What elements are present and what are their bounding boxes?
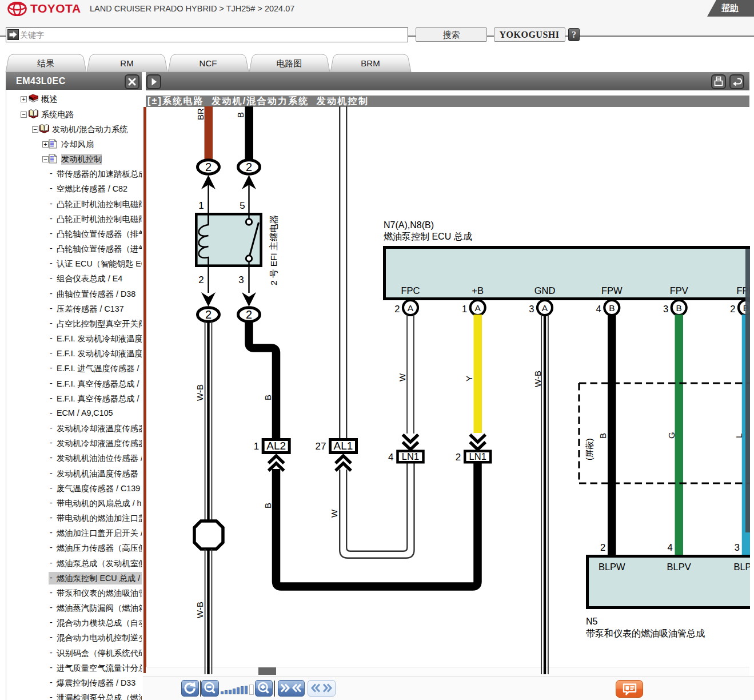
svg-text:2: 2: [730, 304, 735, 314]
svg-text:2: 2: [600, 542, 605, 552]
svg-text:FPC: FPC: [401, 285, 420, 296]
svg-text:W: W: [329, 509, 339, 518]
svg-text:3: 3: [735, 542, 740, 552]
svg-text:2: 2: [246, 161, 252, 173]
svg-text:AL1: AL1: [334, 440, 353, 452]
svg-text:AL2: AL2: [266, 440, 286, 452]
svg-text:B: B: [263, 395, 273, 400]
svg-text:电路图: 电路图: [277, 58, 302, 68]
svg-text:4: 4: [596, 304, 601, 314]
svg-text:FPV: FPV: [670, 285, 688, 296]
svg-text:LN1: LN1: [469, 451, 486, 462]
svg-text:FPW: FPW: [601, 285, 623, 296]
svg-text:W-B: W-B: [195, 602, 205, 618]
svg-text:4: 4: [388, 452, 393, 463]
svg-text:1: 1: [198, 200, 204, 211]
svg-text:N5: N5: [586, 617, 598, 626]
svg-text:带泵和仪表的燃油吸油管总成: 带泵和仪表的燃油吸油管总成: [586, 629, 705, 638]
svg-text:2: 2: [456, 452, 461, 463]
svg-text:LN1: LN1: [402, 451, 419, 462]
svg-text:W-B: W-B: [533, 371, 542, 387]
svg-text:W-B: W-B: [195, 384, 205, 401]
svg-text:L: L: [734, 433, 744, 438]
svg-text:B: B: [676, 303, 682, 313]
svg-text:燃油泵控制 ECU 总成: 燃油泵控制 ECU 总成: [384, 232, 472, 241]
svg-text:27: 27: [316, 441, 326, 452]
svg-text:5: 5: [240, 200, 245, 211]
svg-text:W: W: [397, 373, 407, 381]
svg-text:BLPW: BLPW: [599, 562, 625, 572]
svg-text:N7(A),N8(B): N7(A),N8(B): [384, 220, 434, 230]
svg-text:Y: Y: [464, 376, 474, 381]
svg-text:G: G: [667, 432, 676, 439]
svg-text:A: A: [475, 303, 481, 313]
svg-text:BR: BR: [196, 108, 205, 120]
svg-text:BLPD: BLPD: [733, 562, 750, 572]
svg-text:2: 2: [205, 308, 212, 321]
svg-text:2: 2: [246, 308, 252, 321]
svg-text:B: B: [598, 433, 608, 439]
svg-text:A: A: [408, 303, 414, 313]
svg-text:BLPV: BLPV: [667, 562, 691, 572]
svg-text:GND: GND: [534, 285, 556, 296]
svg-text:2 号 EFI 主继电器: 2 号 EFI 主继电器: [269, 215, 278, 285]
svg-text:RM: RM: [120, 58, 133, 68]
svg-text:+B: +B: [472, 285, 484, 296]
svg-text:NCF: NCF: [200, 58, 217, 68]
svg-text:4: 4: [668, 542, 673, 552]
svg-text:3: 3: [663, 304, 668, 314]
svg-text:BRM: BRM: [361, 58, 380, 68]
svg-text:2: 2: [198, 275, 204, 285]
svg-text:1: 1: [254, 441, 259, 452]
svg-text:A: A: [542, 303, 548, 313]
svg-text:2: 2: [394, 304, 400, 314]
svg-text:(屏蔽): (屏蔽): [585, 438, 594, 460]
svg-text:2: 2: [205, 161, 212, 173]
svg-text:1: 1: [462, 304, 467, 314]
svg-text:B: B: [236, 112, 245, 118]
svg-text:B: B: [609, 303, 615, 313]
svg-text:3: 3: [238, 275, 244, 285]
svg-text:3: 3: [529, 304, 534, 314]
svg-text:结果: 结果: [37, 58, 54, 68]
svg-text:B: B: [263, 503, 273, 508]
